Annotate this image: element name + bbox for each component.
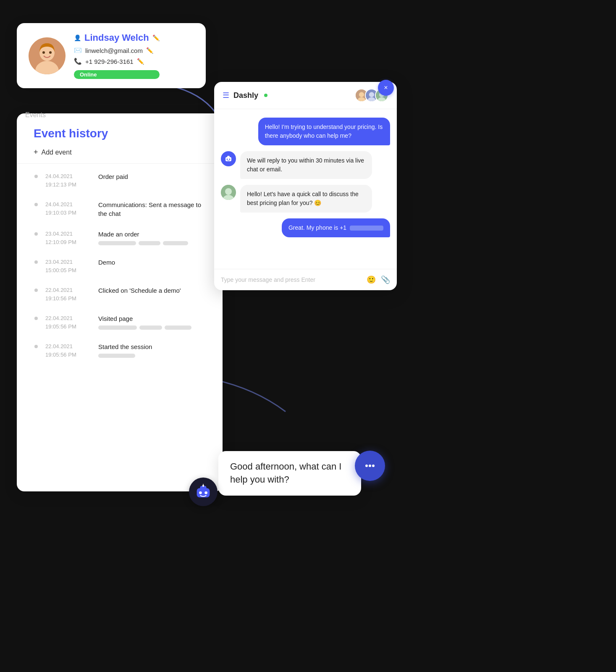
chat-input-icons: 🙂 📎 <box>367 275 390 284</box>
event-dot <box>34 260 38 264</box>
event-description: Visited page <box>98 314 191 323</box>
event-dot-col <box>34 258 39 264</box>
event-date: 24.04.2021 19:12:13 PM <box>45 172 92 189</box>
user-message: Hello! I'm trying to understand your pri… <box>258 118 390 145</box>
event-tag <box>98 241 136 245</box>
avatar <box>29 37 66 74</box>
bot-greeting-bubble: Good afternoon, what can I help you with… <box>218 451 361 496</box>
event-dot-col <box>34 230 39 236</box>
event-dot <box>34 232 38 236</box>
agent-message: Hello! Let's have a quick call to discus… <box>240 185 372 213</box>
hamburger-icon[interactable]: ☰ <box>223 91 229 100</box>
bot-message-row: We will reply to you within 30 minutes v… <box>221 151 390 179</box>
list-item: 24.04.2021 19:10:03 PM Communications: S… <box>34 200 206 218</box>
chat-brand: Dashly <box>233 91 258 100</box>
event-tags <box>98 241 188 245</box>
svg-point-21 <box>365 465 368 467</box>
event-tag <box>139 241 160 245</box>
event-dot <box>34 317 38 320</box>
event-date: 23.04.2021 12:10:09 PM <box>45 230 92 246</box>
svg-point-22 <box>369 465 371 467</box>
event-date: 23.04.2021 15:00:05 PM <box>45 258 92 274</box>
event-history-panel: Event history + Add event 24.04.2021 19:… <box>17 113 223 491</box>
emoji-icon[interactable]: 🙂 <box>367 275 376 284</box>
list-item: 22.04.2021 19:10:56 PM Clicked on 'Sched… <box>34 286 206 302</box>
contact-phone: +1 929-296-3161 <box>85 58 134 65</box>
contact-email-row: ✉️ linwelch@gmail.com ✏️ <box>74 47 160 54</box>
bot-greeting-text: Good afternoon, what can I help you with… <box>230 461 341 485</box>
bot-message: We will reply to you within 30 minutes v… <box>240 151 372 179</box>
event-tags <box>98 326 191 330</box>
svg-point-27 <box>204 491 207 494</box>
event-dot-col <box>34 342 39 348</box>
event-description: Made an order <box>98 230 188 239</box>
event-dot <box>34 203 38 206</box>
event-description: Demo <box>98 258 115 267</box>
attachment-icon[interactable]: 📎 <box>381 275 390 284</box>
chat-header: ☰ Dashly <box>214 82 397 109</box>
svg-rect-15 <box>227 156 230 158</box>
event-description: Started the session <box>98 342 152 351</box>
contact-name: Lindsay Welch <box>84 32 149 43</box>
event-tags <box>98 354 152 358</box>
event-date: 22.04.2021 19:10:56 PM <box>45 286 92 302</box>
contact-email: linwelch@gmail.com <box>85 47 143 54</box>
status-badge: Online <box>74 70 160 79</box>
edit-phone-icon[interactable]: ✏️ <box>137 58 144 65</box>
close-icon: × <box>384 84 388 92</box>
chat-header-left: ☰ Dashly <box>223 91 267 100</box>
svg-point-23 <box>372 465 375 467</box>
event-tag <box>165 326 191 330</box>
event-description: Order paid <box>98 172 128 181</box>
event-dot <box>34 345 38 348</box>
edit-name-icon[interactable]: ✏️ <box>152 34 160 41</box>
event-dot <box>34 175 38 178</box>
email-icon: ✉️ <box>74 47 82 54</box>
event-description-col: Made an order <box>98 230 188 245</box>
event-panel-header: Event history + Add event <box>17 113 223 164</box>
contact-name-row: 👤 Lindsay Welch ✏️ <box>74 32 160 43</box>
chat-input-row: Type your message and press Enter 🙂 📎 <box>214 269 397 290</box>
close-button[interactable]: × <box>378 80 394 96</box>
bot-icon <box>221 151 236 166</box>
person-icon: 👤 <box>74 34 81 41</box>
event-date: 22.04.2021 19:05:56 PM <box>45 342 92 359</box>
edit-email-icon[interactable]: ✏️ <box>146 47 153 54</box>
event-dot-col <box>34 286 39 292</box>
svg-point-28 <box>202 485 204 487</box>
chat-input-placeholder[interactable]: Type your message and press Enter <box>221 276 315 283</box>
svg-point-6 <box>359 92 364 97</box>
event-tag <box>163 241 188 245</box>
chat-window: ☰ Dashly <box>214 82 397 290</box>
list-item: 23.04.2021 15:00:05 PM Demo <box>34 258 206 274</box>
events-section-label: Events <box>25 111 46 119</box>
event-tag <box>98 354 135 358</box>
agent-message-avatar <box>221 185 236 200</box>
event-description-col: Started the session <box>98 342 152 358</box>
contact-phone-row: 📞 +1 929-296-3161 ✏️ <box>74 58 160 65</box>
event-tag <box>98 326 137 330</box>
event-description-col: Visited page <box>98 314 191 330</box>
svg-point-16 <box>227 159 228 160</box>
svg-point-3 <box>42 51 45 54</box>
list-item: 23.04.2021 12:10:09 PM Made an order <box>34 230 206 246</box>
plus-icon: + <box>34 148 38 157</box>
bot-greeting-icon <box>189 478 218 506</box>
agent-message-row: Hello! Let's have a quick call to discus… <box>221 185 390 213</box>
event-history-title: Event history <box>34 127 206 140</box>
list-item: 22.04.2021 19:05:56 PM Visited page <box>34 314 206 331</box>
phone-icon: 📞 <box>74 58 82 65</box>
event-list: 24.04.2021 19:12:13 PM Order paid 24.04.… <box>17 164 223 359</box>
user-message: Great. My phone is +1 <box>282 218 390 237</box>
event-tag <box>139 326 162 330</box>
chat-widget-button[interactable] <box>355 451 385 481</box>
event-dot-col <box>34 172 39 178</box>
event-date: 24.04.2021 19:10:03 PM <box>45 200 92 217</box>
event-description: Clicked on 'Schedule a demo' <box>98 286 181 295</box>
add-event-button[interactable]: + Add event <box>34 148 206 157</box>
event-dot-col <box>34 200 39 206</box>
event-dot <box>34 289 38 292</box>
event-description: Communications: Sent a message to the ch… <box>98 200 206 218</box>
svg-point-4 <box>49 51 52 54</box>
svg-point-19 <box>225 188 232 195</box>
